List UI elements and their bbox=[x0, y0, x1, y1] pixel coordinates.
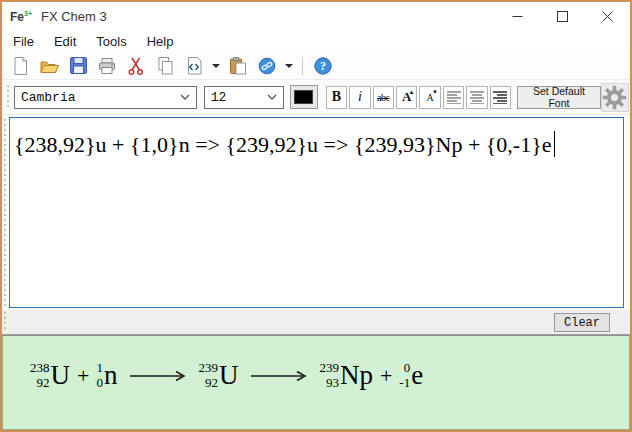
triangle-down-icon: ▼ bbox=[432, 89, 438, 95]
align-center-icon bbox=[470, 91, 484, 104]
save-button[interactable] bbox=[66, 54, 90, 78]
link-dropdown-icon[interactable] bbox=[285, 64, 293, 68]
align-left-icon bbox=[447, 91, 461, 104]
strikethrough-button[interactable]: abc bbox=[373, 86, 394, 109]
app-logo-icon: Fe3+ bbox=[10, 10, 32, 23]
close-icon bbox=[602, 11, 613, 22]
titlebar: Fe3+ FX Chem 3 bbox=[2, 2, 630, 30]
mass-number: 238 bbox=[30, 361, 50, 376]
reaction-arrow-icon bbox=[250, 370, 307, 382]
copy-markup-button[interactable] bbox=[182, 54, 206, 78]
isotope-term: 0-1 e bbox=[399, 361, 423, 391]
font-color-button[interactable] bbox=[290, 85, 318, 109]
cut-button[interactable] bbox=[124, 54, 148, 78]
isotope-term: 23992 U bbox=[198, 361, 238, 391]
isotope-term: 23993 Np bbox=[319, 361, 373, 391]
window-controls bbox=[495, 2, 630, 30]
app-window: Fe3+ FX Chem 3 File Edit Tools Help bbox=[0, 0, 632, 432]
help-button[interactable]: ? bbox=[311, 54, 335, 78]
element-symbol: U bbox=[51, 362, 71, 389]
minimize-icon bbox=[512, 11, 523, 22]
menu-item-help[interactable]: Help bbox=[137, 32, 184, 51]
open-button[interactable] bbox=[37, 54, 61, 78]
font-size-select[interactable]: 12 bbox=[204, 86, 284, 109]
preview-pane: 23892 U + 10 n 23992 U 23993 bbox=[2, 335, 630, 430]
font-family-value: Cambria bbox=[21, 90, 76, 105]
maximize-button[interactable] bbox=[540, 2, 585, 30]
help-icon: ? bbox=[313, 56, 333, 76]
mass-number: 0 bbox=[404, 361, 411, 376]
plus-operator: + bbox=[77, 365, 89, 387]
superscript-button[interactable]: A ▲ bbox=[396, 86, 417, 109]
align-right-icon bbox=[493, 91, 507, 104]
atomic-number: 92 bbox=[205, 376, 218, 391]
set-default-font-button[interactable]: Set Default Font bbox=[517, 86, 601, 109]
new-document-icon bbox=[11, 56, 30, 76]
atomic-number: 93 bbox=[326, 376, 339, 391]
toolbar-gripper[interactable] bbox=[6, 85, 10, 109]
reaction-arrow-icon bbox=[129, 370, 186, 382]
plus-operator: + bbox=[380, 365, 392, 387]
format-toolbar: Cambria 12 B i abc A ▲ A ▼ bbox=[2, 80, 630, 115]
close-button[interactable] bbox=[585, 2, 630, 30]
open-folder-icon bbox=[39, 56, 60, 76]
rendered-equation: 23892 U + 10 n 23992 U 23993 bbox=[30, 361, 423, 391]
font-family-select[interactable]: Cambria bbox=[14, 86, 197, 109]
atomic-number: 92 bbox=[37, 376, 50, 391]
triangle-up-icon: ▲ bbox=[408, 89, 414, 95]
menubar: File Edit Tools Help bbox=[2, 30, 630, 52]
chevron-down-icon bbox=[180, 94, 190, 100]
copy-markup-dropdown-icon[interactable] bbox=[212, 64, 220, 68]
bold-button[interactable]: B bbox=[326, 86, 347, 109]
main-toolbar: ? bbox=[2, 52, 630, 80]
paste-button[interactable] bbox=[226, 54, 250, 78]
minimize-button[interactable] bbox=[495, 2, 540, 30]
align-right-button[interactable] bbox=[490, 86, 511, 109]
isotope-term: 10 n bbox=[96, 361, 117, 391]
menu-item-edit[interactable]: Edit bbox=[44, 32, 86, 51]
italic-button[interactable]: i bbox=[349, 86, 370, 109]
mass-number: 1 bbox=[96, 361, 103, 376]
copy-markup-icon bbox=[185, 56, 204, 76]
element-symbol: n bbox=[104, 362, 118, 389]
panel-gripper[interactable] bbox=[3, 312, 7, 332]
equation-input[interactable]: {238,92}u + {1,0}n => {239,92}u => {239,… bbox=[9, 117, 624, 308]
menu-item-tools[interactable]: Tools bbox=[86, 32, 136, 51]
new-button[interactable] bbox=[8, 54, 32, 78]
subscript-button[interactable]: A ▼ bbox=[419, 86, 440, 109]
atomic-number: -1 bbox=[399, 376, 410, 391]
isotope-term: 23892 U bbox=[30, 361, 70, 391]
link-button[interactable] bbox=[255, 54, 279, 78]
element-symbol: e bbox=[411, 362, 423, 389]
font-size-value: 12 bbox=[211, 90, 227, 105]
chevron-down-icon bbox=[267, 94, 277, 100]
settings-button[interactable] bbox=[601, 83, 629, 112]
text-cursor bbox=[554, 131, 556, 157]
menu-item-file[interactable]: File bbox=[3, 32, 44, 51]
align-left-button[interactable] bbox=[443, 86, 464, 109]
editor-region: {238,92}u + {1,0}n => {239,92}u => {239,… bbox=[2, 115, 630, 310]
mass-number: 239 bbox=[319, 361, 339, 376]
window-title: FX Chem 3 bbox=[41, 9, 107, 24]
web-link-icon bbox=[257, 56, 277, 76]
cut-icon bbox=[127, 56, 145, 76]
element-symbol: Np bbox=[340, 362, 373, 389]
font-color-swatch bbox=[294, 90, 313, 104]
equation-input-text: {238,92}u + {1,0}n => {239,92}u => {239,… bbox=[14, 132, 552, 157]
copy-icon bbox=[156, 56, 175, 76]
mass-number: 239 bbox=[198, 361, 218, 376]
clear-button[interactable]: Clear bbox=[554, 313, 610, 332]
panel-gripper[interactable] bbox=[3, 119, 7, 306]
svg-text:?: ? bbox=[320, 59, 326, 73]
align-center-button[interactable] bbox=[466, 86, 487, 109]
paste-icon bbox=[228, 56, 248, 76]
atomic-number: 0 bbox=[96, 376, 103, 391]
print-icon bbox=[97, 56, 117, 76]
copy-button[interactable] bbox=[153, 54, 177, 78]
toolbar-separator bbox=[302, 57, 303, 75]
print-button[interactable] bbox=[95, 54, 119, 78]
save-icon bbox=[69, 56, 88, 75]
maximize-icon bbox=[557, 11, 568, 22]
clear-strip: Clear bbox=[2, 310, 630, 335]
element-symbol: U bbox=[219, 362, 239, 389]
